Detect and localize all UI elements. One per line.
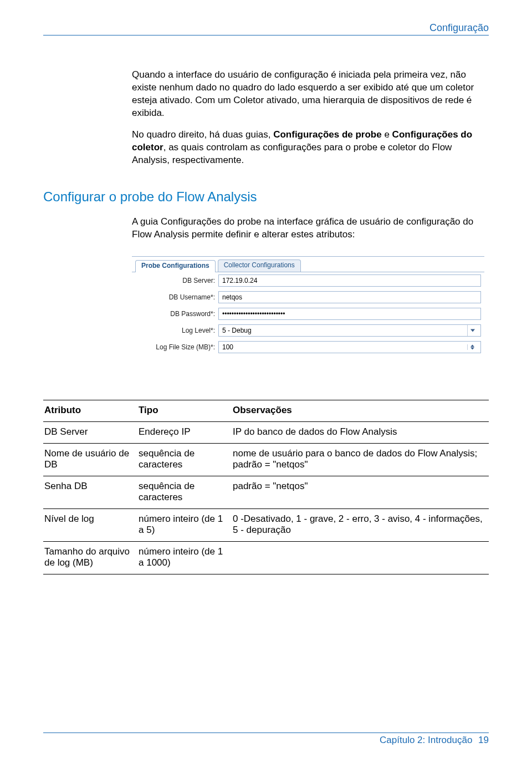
value-log-file-size: 100 (222, 343, 233, 351)
cell-tipo: sequência de caracteres (137, 476, 232, 509)
spinner-log-file-size[interactable]: 100 (218, 341, 481, 353)
chevron-down-icon (467, 325, 477, 336)
footer-page-number: 19 (478, 735, 489, 745)
value-db-username: netqos (222, 293, 242, 301)
spinner-buttons (467, 344, 477, 350)
page-footer: Capítulo 2: Introdução 19 (43, 733, 489, 746)
footer-chapter: Capítulo 2: Introdução (380, 735, 472, 745)
value-db-password: ••••••••••••••••••••••••••• (222, 310, 285, 318)
cell-obs: 0 -Desativado, 1 - grave, 2 - erro, 3 - … (232, 509, 489, 542)
cell-obs (232, 542, 489, 574)
row-log-file-size: Log File Size (MB)*: 100 (132, 339, 484, 355)
label-db-password: DB Password*: (135, 310, 218, 318)
cell-attr: Nome de usuário de DB (43, 444, 137, 476)
section-intro: A guia Configurações do probe na interfa… (132, 216, 489, 241)
p2-suffix: , as quais controlam as configurações pa… (132, 142, 452, 165)
cell-attr: Senha DB (43, 476, 137, 509)
label-db-username: DB Username*: (135, 293, 218, 301)
config-tabs: Probe Configurations Collector Configura… (132, 257, 484, 272)
tab-probe-configurations[interactable]: Probe Configurations (135, 260, 216, 272)
row-log-level: Log Level*: 5 - Debug (132, 322, 484, 339)
row-db-server: DB Server: 172.19.0.24 (132, 272, 484, 289)
p2-prefix: No quadro direito, há duas guias, (132, 129, 273, 140)
section-heading: Configurar o probe do Flow Analysis (43, 189, 489, 205)
cell-attr: DB Server (43, 422, 137, 444)
table-row: Tamanho do arquivo de log (MB) número in… (43, 542, 489, 574)
p2-bold-1: Configurações de probe (273, 129, 382, 140)
table-header-row: Atributo Tipo Observações (43, 400, 489, 422)
cell-tipo: Endereço IP (137, 422, 232, 444)
attributes-table: Atributo Tipo Observações DB Server Ende… (43, 400, 489, 574)
paragraph-intro-1: Quando a interface do usuário de configu… (132, 69, 489, 120)
cell-attr: Nível de log (43, 509, 137, 542)
cell-obs: padrão = "netqos" (232, 476, 489, 509)
probe-config-screenshot: Probe Configurations Collector Configura… (132, 256, 484, 355)
header-tipo: Tipo (137, 400, 232, 422)
input-db-password[interactable]: ••••••••••••••••••••••••••• (218, 308, 481, 320)
chevron-down-icon[interactable] (468, 347, 477, 350)
label-db-server: DB Server: (135, 277, 218, 284)
table-row: DB Server Endereço IP IP do banco de dad… (43, 422, 489, 444)
table-row: Senha DB sequência de caracteres padrão … (43, 476, 489, 509)
value-db-server: 172.19.0.24 (222, 277, 257, 284)
cell-tipo: número inteiro (de 1 a 1000) (137, 542, 232, 574)
cell-tipo: sequência de caracteres (137, 444, 232, 476)
table-row: Nível de log número inteiro (de 1 a 5) 0… (43, 509, 489, 542)
p2-middle: e (382, 129, 392, 140)
label-log-level: Log Level*: (135, 327, 218, 334)
cell-obs: nome de usuário para o banco de dados do… (232, 444, 489, 476)
row-db-username: DB Username*: netqos (132, 289, 484, 306)
value-log-level: 5 - Debug (222, 327, 252, 334)
cell-obs: IP do banco de dados do Flow Analysis (232, 422, 489, 444)
page-header-title: Configuração (43, 22, 489, 35)
row-db-password: DB Password*: ••••••••••••••••••••••••••… (132, 306, 484, 322)
table-row: Nome de usuário de DB sequência de carac… (43, 444, 489, 476)
input-db-server[interactable]: 172.19.0.24 (218, 274, 481, 287)
label-log-file-size: Log File Size (MB)*: (135, 343, 218, 351)
header-observacoes: Observações (232, 400, 489, 422)
paragraph-intro-2: No quadro direito, há duas guias, Config… (132, 129, 489, 167)
tab-collector-configurations[interactable]: Collector Configurations (218, 260, 301, 272)
cell-tipo: número inteiro (de 1 a 5) (137, 509, 232, 542)
select-log-level[interactable]: 5 - Debug (218, 324, 481, 337)
cell-attr: Tamanho do arquivo de log (MB) (43, 542, 137, 574)
header-atributo: Atributo (43, 400, 137, 422)
input-db-username[interactable]: netqos (218, 291, 481, 303)
